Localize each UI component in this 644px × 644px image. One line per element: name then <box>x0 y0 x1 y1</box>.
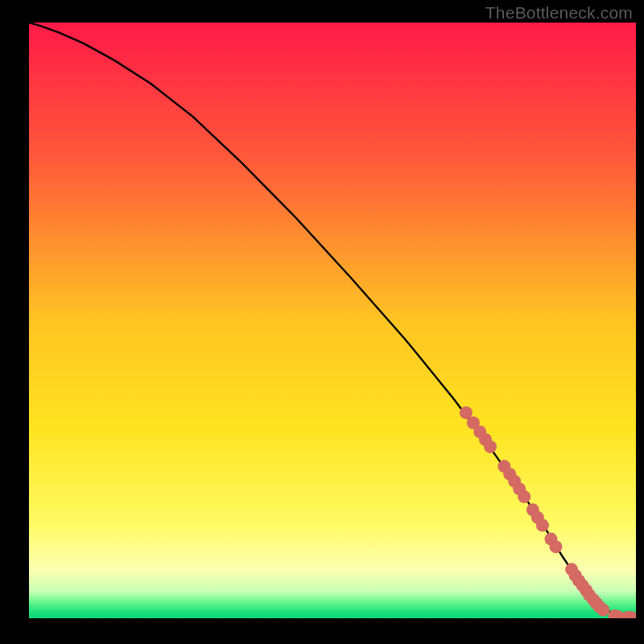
marker-point <box>536 519 549 532</box>
marker-point <box>549 540 562 553</box>
plot-svg <box>29 23 636 618</box>
watermark-text: TheBottleneck.com <box>485 3 633 23</box>
marker-point <box>518 490 530 503</box>
marker-point <box>597 604 609 617</box>
marker-point <box>484 440 497 453</box>
chart-frame: TheBottleneck.com <box>0 0 644 644</box>
plot-area <box>29 23 636 618</box>
